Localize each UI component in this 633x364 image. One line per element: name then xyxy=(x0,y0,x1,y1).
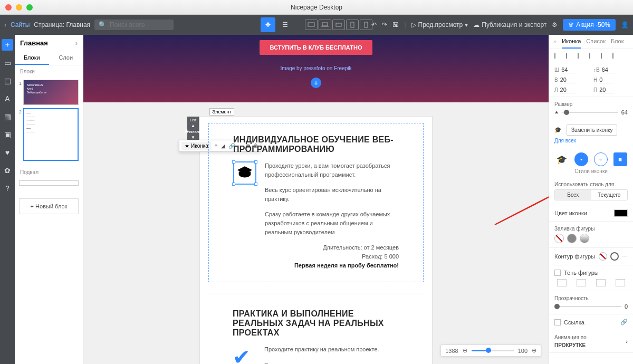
add-block-icon[interactable]: + xyxy=(311,78,321,88)
block-thumbnail-2[interactable]: ━━━━──────✓ ──────────━━━━────── xyxy=(23,108,79,161)
preset-plain-icon[interactable]: 🎓 xyxy=(555,152,569,166)
device-phone-icon[interactable] xyxy=(360,20,372,30)
animation-section[interactable]: Анимация по ПРОКРУТКЕ › xyxy=(549,330,633,353)
outline-solid-icon[interactable] xyxy=(610,252,619,261)
search-input[interactable] xyxy=(110,21,169,28)
section-tool-icon[interactable]: ▤ xyxy=(2,75,13,87)
opacity-slider[interactable] xyxy=(554,306,621,307)
image-tool-icon[interactable]: ▦ xyxy=(2,111,13,122)
scope-all-button[interactable]: Всех xyxy=(555,190,591,200)
user-icon[interactable]: 👤 xyxy=(621,21,629,28)
move-up-icon[interactable]: ▲ xyxy=(191,123,195,128)
tab-layers[interactable]: Слои xyxy=(49,51,83,65)
promo-button[interactable]: ♛ Акция -50% xyxy=(563,19,616,31)
move-down-icon[interactable]: ▼ xyxy=(191,135,195,140)
align-right-icon[interactable] xyxy=(578,53,586,59)
publish-button[interactable]: ☁ Публикация и экспорт xyxy=(473,21,546,28)
size-value[interactable]: 64 xyxy=(621,109,628,116)
page-tool-icon[interactable]: ▭ xyxy=(2,57,13,69)
checkmark-icon[interactable]: ✔ xyxy=(233,345,256,364)
bottom-input[interactable]: 20 xyxy=(599,87,614,93)
shadow-checkbox[interactable] xyxy=(554,270,561,276)
tab-block-props[interactable]: Блок xyxy=(611,38,624,49)
help-tool-icon[interactable]: ? xyxy=(2,183,13,194)
link-checkbox[interactable] xyxy=(554,319,561,325)
device-tablet-portrait-icon[interactable] xyxy=(346,20,359,30)
preset-filled-square-icon[interactable]: ■ xyxy=(613,152,627,166)
link-icon[interactable]: 🔗 xyxy=(620,319,628,325)
close-window-icon[interactable] xyxy=(5,4,12,11)
search-box[interactable]: 🔍 xyxy=(94,20,174,30)
tab-blocks[interactable]: Блоки xyxy=(15,51,49,65)
resize-handle-icon[interactable] xyxy=(232,183,235,186)
align-center-icon[interactable] xyxy=(566,53,574,59)
shadow-preset-2-icon[interactable] xyxy=(577,279,586,286)
for-all-link[interactable]: Для всех xyxy=(554,138,628,143)
collapse-icon[interactable]: » xyxy=(553,38,557,49)
opacity-value[interactable]: 0 xyxy=(625,303,628,310)
new-block-button[interactable]: + Новый блок xyxy=(19,198,79,214)
canvas[interactable]: ВСТУПИТЬ В КЛУБ БЕСПЛАТНО Image by press… xyxy=(83,35,549,364)
fill-gradient-icon[interactable] xyxy=(580,234,589,243)
scope-current-button[interactable]: Текущего xyxy=(591,190,628,200)
device-laptop-icon[interactable] xyxy=(319,20,331,30)
card-title[interactable]: ИНДИВИДУАЛЬНОЕ ОБУЧЕНИЕ ВЕБ-ПРОГРАММИРОВ… xyxy=(233,135,399,154)
align-middle-icon[interactable] xyxy=(601,53,609,59)
fill-solid-icon[interactable] xyxy=(567,234,577,243)
change-icon-button[interactable]: Заменить иконку xyxy=(567,124,617,136)
zoom-slider[interactable] xyxy=(472,350,514,351)
tab-icon-props[interactable]: Иконка xyxy=(562,38,581,49)
resize-handle-icon[interactable] xyxy=(232,160,235,164)
content-card-2[interactable]: ПРАКТИКА И ВЫПОЛНЕНИЕ РЕАЛЬНЫХ ЗАДАЧ НА … xyxy=(208,293,424,364)
size-slider[interactable] xyxy=(562,112,618,113)
width-input[interactable]: 64 xyxy=(561,66,576,73)
shadow-preset-3-icon[interactable] xyxy=(596,279,606,286)
zoom-out-icon[interactable]: ⊖ xyxy=(463,347,467,354)
drag-icon[interactable]: �ималь xyxy=(185,129,201,134)
device-desktop-icon[interactable] xyxy=(305,20,318,30)
align-top-icon[interactable] xyxy=(589,53,598,59)
align-bottom-icon[interactable] xyxy=(612,53,621,59)
add-tool-icon[interactable]: ＋ xyxy=(2,39,13,51)
redo-icon[interactable]: ↷ xyxy=(382,21,387,28)
preset-outline-circle-icon[interactable]: ∘ xyxy=(594,152,608,166)
preview-button[interactable]: ▷ Пред.просмотр ▾ xyxy=(411,21,468,28)
selected-icon-element[interactable] xyxy=(233,161,256,185)
back-chevron-icon[interactable]: ‹ xyxy=(4,21,6,28)
content-card-1[interactable]: ИНДИВИДУАЛЬНОЕ ОБУЧЕНИЕ ВЕБ-ПРОГРАММИРОВ… xyxy=(208,123,424,282)
footer-thumbnail[interactable] xyxy=(19,180,79,186)
card-title[interactable]: ПРАКТИКА И ВЫПОЛНЕНИЕ РЕАЛЬНЫХ ЗАДАЧ НА … xyxy=(233,309,399,338)
list-drag-handle[interactable]: List ▲ �ималь ▼ xyxy=(187,117,199,141)
shadow-preset-1-icon[interactable] xyxy=(557,279,567,286)
settings-tool-icon[interactable]: ✿ xyxy=(2,165,13,176)
settings-icon[interactable]: ⚙ xyxy=(552,21,558,28)
favorite-tool-icon[interactable]: ♥ xyxy=(2,147,13,158)
preset-filled-circle-icon[interactable]: • xyxy=(574,152,588,166)
resize-handle-icon[interactable] xyxy=(254,160,257,164)
card-body[interactable]: Проходите практику на реальном проекте. … xyxy=(264,345,399,364)
block-thumbnail-1[interactable]: Samuraika 22 Клуб Веб-разработки xyxy=(23,80,79,105)
shadow-preset-4-icon[interactable] xyxy=(616,279,625,286)
height-input[interactable]: 64 xyxy=(602,66,617,73)
right-input[interactable]: 0 xyxy=(599,76,614,83)
outline-more-icon[interactable]: ⋯ xyxy=(622,253,628,260)
card-body[interactable]: Проходите уроки, а вам помогает разобрат… xyxy=(265,161,399,270)
media-tool-icon[interactable]: ▣ xyxy=(2,129,13,140)
page-block[interactable]: Элемент List ▲ �ималь ▼ ★ Иконка ≡ ◢ 🔗 ⋯… xyxy=(199,116,433,364)
left-input[interactable]: 20 xyxy=(560,87,575,93)
tab-list-props[interactable]: Список xyxy=(586,38,606,49)
move-tool-button[interactable]: ✥ xyxy=(261,17,275,32)
outline-none-icon[interactable] xyxy=(599,252,607,261)
resize-handle-icon[interactable] xyxy=(254,183,257,186)
align-left-icon[interactable] xyxy=(554,53,563,59)
fill-none-icon[interactable] xyxy=(554,234,564,243)
minimize-window-icon[interactable] xyxy=(16,4,22,11)
chevron-right-icon[interactable]: › xyxy=(626,338,628,344)
icon-color-swatch[interactable] xyxy=(614,209,628,217)
hero-cta-button[interactable]: ВСТУПИТЬ В КЛУБ БЕСПЛАТНО xyxy=(260,40,373,55)
top-input[interactable]: 20 xyxy=(560,76,575,83)
text-tool-icon[interactable]: A xyxy=(2,93,13,104)
outline-tool-button[interactable]: ☰ xyxy=(277,17,292,32)
device-tablet-landscape-icon[interactable] xyxy=(332,20,345,30)
hero-section[interactable]: ВСТУПИТЬ В КЛУБ БЕСПЛАТНО Image by press… xyxy=(83,35,549,102)
